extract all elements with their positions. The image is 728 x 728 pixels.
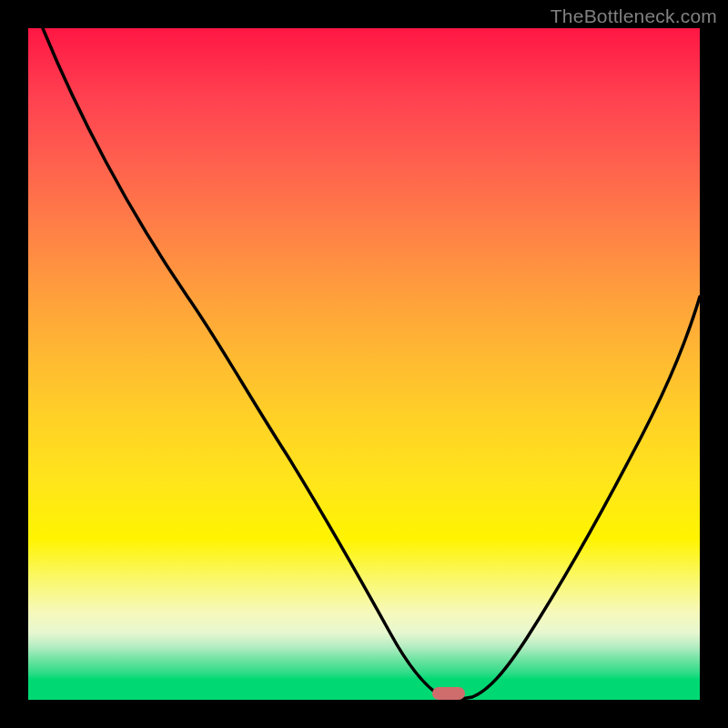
optimal-marker: [432, 687, 465, 700]
chart-frame: TheBottleneck.com: [0, 0, 728, 728]
watermark-text: TheBottleneck.com: [551, 5, 717, 27]
bottleneck-curve: [28, 28, 700, 700]
